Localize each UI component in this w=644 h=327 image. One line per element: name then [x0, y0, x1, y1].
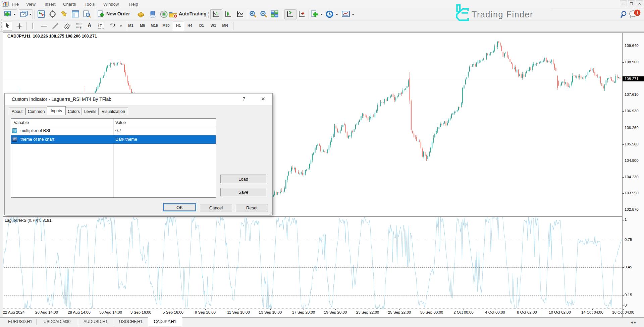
svg-text:1: 1	[636, 10, 639, 15]
